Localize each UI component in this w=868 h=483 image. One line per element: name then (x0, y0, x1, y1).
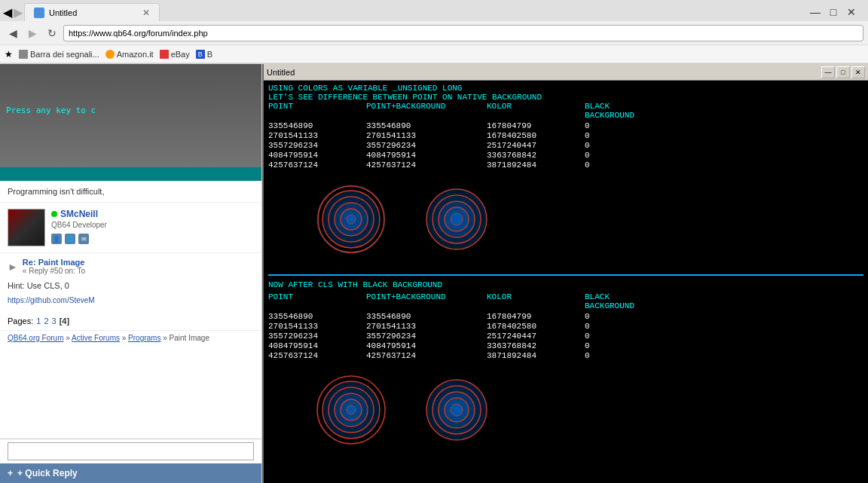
col-header-point-bg: POINT+BACKGROUND (366, 102, 487, 120)
avatar-image (8, 209, 44, 246)
bookmarks-bar: ★ Barra dei segnali... Amazon.it eBay B … (0, 45, 868, 63)
forward-icon[interactable]: ▶ (14, 5, 23, 20)
breadcrumb-sep3: » (163, 334, 169, 342)
tab-close-button[interactable]: ✕ (142, 8, 150, 18)
circle-left-1 (313, 178, 389, 261)
section1-sub: LET'S SEE DIFFERENCE BETWEEN POINT ON NA… (268, 93, 863, 102)
tab-bar: ◀ ▶ Untitled ✕ — □ ✕ (0, 0, 868, 21)
teal-bar (0, 167, 261, 181)
tab-favicon (34, 8, 44, 18)
section1-col-headers: POINT POINT+BACKGROUND KOLOR BLACK BACKG… (268, 102, 863, 120)
terminal-title: Untitled (267, 68, 821, 77)
svg-point-12 (451, 213, 463, 225)
section2-header: NOW AFTER CLS WITH BLACK BACKGROUND (268, 280, 863, 289)
bookmark-amazon[interactable]: Amazon.it (105, 50, 154, 59)
table-row: 335546890 335546890 167804799 0 (268, 312, 863, 321)
bookmark-barra-label: Barra dei segnali... (30, 50, 99, 59)
online-indicator (51, 211, 57, 217)
author-avatar (8, 209, 45, 246)
browser-tab-untitled[interactable]: Untitled ✕ (24, 3, 160, 21)
breadcrumb-paint-image: Paint Image (170, 334, 209, 342)
page-1[interactable]: 1 (36, 316, 41, 326)
author-profile-icon[interactable]: 👤 (51, 234, 62, 244)
bookmark-b-icon: B (196, 50, 205, 59)
quick-reply-input[interactable] (8, 442, 254, 460)
bookmark-b[interactable]: B B (196, 50, 212, 59)
tab-label: Untitled (49, 8, 77, 17)
quick-reply-plus-icon: + (8, 468, 13, 478)
page-4-current: [4] (60, 316, 69, 326)
forum-content: Press any key to c Programming isn't dif… (0, 64, 261, 439)
circles-row-1 (313, 170, 863, 268)
col-header-kolor: KOLOR (487, 102, 585, 120)
address-bar[interactable] (63, 25, 863, 41)
breadcrumb-sep2: » (122, 334, 128, 342)
table-row: 4257637124 4257637124 3871892484 0 (268, 351, 863, 360)
terminal-titlebar: Untitled — □ ✕ (264, 64, 868, 81)
minimize-button[interactable]: — (808, 5, 823, 19)
bookmarks-icon: ★ (5, 49, 13, 60)
pages-label: Pages: (8, 316, 33, 326)
page-3[interactable]: 3 (52, 316, 57, 326)
section-divider (268, 274, 863, 276)
circles-row-2 (313, 361, 863, 459)
section2-col-headers: POINT POINT+BACKGROUND KOLOR BLACK BACKG… (268, 292, 863, 310)
circle-left-2 (313, 368, 389, 451)
col2-header-kolor: KOLOR (487, 292, 585, 310)
bookmark-ebay-label: eBay (171, 50, 190, 59)
reply-arrow-icon: ► (8, 261, 18, 273)
table-row: 3557296234 3557296234 2517240447 0 (268, 141, 863, 150)
quick-reply-button[interactable]: + + Quick Reply (0, 463, 261, 483)
table-row: 4084795914 4084795914 3363768842 0 (268, 341, 863, 350)
terminal-section2: NOW AFTER CLS WITH BLACK BACKGROUND POIN… (268, 280, 863, 459)
window-controls: — □ ✕ (808, 5, 865, 19)
author-info: SMcNeill QB64 Developer 👤 🌐 ✉ (51, 209, 107, 246)
terminal-minimize-button[interactable]: — (821, 66, 835, 78)
post-author-area: SMcNeill QB64 Developer 👤 🌐 ✉ (0, 203, 261, 253)
col-header-point: POINT (268, 102, 366, 120)
pages-bar: Pages: 1 2 3 [4] (0, 312, 261, 330)
reply-sub: « Reply #50 on: To (23, 267, 85, 275)
terminal-window: Untitled — □ ✕ USING COLORS AS VARIABLE … (262, 64, 868, 483)
back-icon[interactable]: ◀ (3, 5, 12, 20)
table-row: 335546890 335546890 167804799 0 (268, 121, 863, 130)
breadcrumb-programs[interactable]: Programs (128, 334, 160, 342)
svg-point-6 (347, 215, 356, 224)
bookmark-amazon-icon (105, 50, 115, 59)
terminal-maximize-button[interactable]: □ (836, 66, 850, 78)
nav-bar: ◀ ▶ ↻ (0, 21, 868, 45)
maximize-button[interactable]: □ (826, 5, 841, 19)
terminal-close-button[interactable]: ✕ (851, 66, 865, 78)
author-name: SMcNeill (51, 209, 107, 219)
nav-forward-button[interactable]: ▶ (24, 25, 41, 41)
col2-header-point-bg: POINT+BACKGROUND (366, 292, 487, 310)
post-image-area: Press any key to c (0, 64, 261, 181)
bookmark-ebay[interactable]: eBay (160, 50, 190, 59)
nav-back-button[interactable]: ◀ (5, 25, 21, 41)
forum-panel: Press any key to c Programming isn't dif… (0, 64, 262, 483)
table-row: 2701541133 2701541133 1678402580 0 (268, 131, 863, 140)
author-web-icon[interactable]: 🌐 (65, 234, 75, 244)
svg-point-23 (451, 404, 463, 416)
close-button[interactable]: ✕ (844, 5, 859, 19)
author-email-icon[interactable]: ✉ (78, 234, 89, 244)
quick-reply-label: + Quick Reply (17, 468, 78, 478)
hint-text: Hint: Use CLS, 0 (8, 278, 254, 293)
section1-header: USING COLORS AS VARIABLE _UNSIGNED LONG (268, 84, 863, 93)
github-link[interactable]: https://github.com/SteveM (8, 293, 254, 307)
nav-refresh-button[interactable]: ↻ (44, 25, 60, 41)
press-key-text: Press any key to c (6, 105, 96, 115)
bookmark-amazon-label: Amazon.it (117, 50, 154, 59)
table-row: 4257637124 4257637124 3871892484 0 (268, 160, 863, 170)
table-row: 3557296234 3557296234 2517240447 0 (268, 332, 863, 341)
bookmark-b-label: B (207, 50, 212, 59)
reply-title: Re: Paint Image (23, 258, 85, 267)
page-2[interactable]: 2 (44, 316, 48, 326)
svg-point-18 (347, 405, 356, 414)
breadcrumb-active-forums[interactable]: Active Forums (72, 334, 120, 342)
circle-right-1 (419, 178, 494, 261)
table-row: 2701541133 2701541133 1678402580 0 (268, 322, 863, 331)
bookmark-barra[interactable]: Barra dei segnali... (19, 50, 99, 59)
breadcrumb-sep1: » (66, 334, 72, 342)
breadcrumb-forum[interactable]: QB64.org Forum (8, 334, 63, 342)
